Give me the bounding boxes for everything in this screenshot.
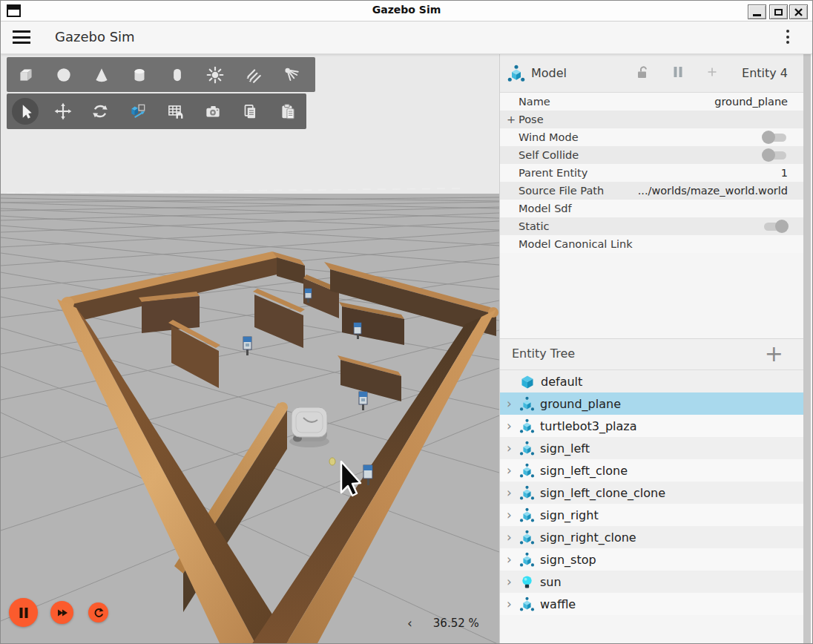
add-entity-button[interactable]: +: [765, 341, 783, 367]
tree-item-sign_stop[interactable]: › sign_stop: [500, 548, 804, 571]
static-toggle[interactable]: [764, 223, 786, 231]
tree-item-default[interactable]: default: [500, 370, 804, 392]
inspector-title: Model: [531, 66, 567, 80]
chevron-right-icon[interactable]: ›: [507, 507, 517, 522]
screenshot-button[interactable]: [194, 95, 232, 128]
property-row-source-file-path[interactable]: Source File Path.../worlds/maze_world.wo…: [500, 182, 804, 200]
model-icon: [507, 65, 525, 82]
reset-button[interactable]: [88, 602, 108, 622]
add-component-icon[interactable]: [706, 66, 718, 78]
tree-item-turtlebot3_plaza[interactable]: › turtlebot3_plaza: [500, 415, 804, 437]
select-arrow-icon: [16, 102, 35, 121]
model-icon: [519, 597, 535, 612]
spot-light-icon: [281, 65, 300, 85]
hamburger-icon[interactable]: [13, 30, 32, 45]
tree-item-sign_right[interactable]: › sign_right: [500, 504, 804, 526]
capsule-icon: [168, 65, 187, 85]
world-icon: [519, 373, 536, 390]
chevron-right-icon[interactable]: ›: [507, 552, 517, 567]
render-viewport[interactable]: ‹ 36.52 %: [1, 54, 499, 644]
minimize-button[interactable]: [748, 4, 766, 19]
translate-icon: [53, 102, 73, 121]
chevron-right-icon[interactable]: ›: [507, 463, 517, 478]
rtf-collapse-chevron[interactable]: ‹: [407, 616, 412, 631]
gazebo-window: Gazebo Sim Gazebo Sim: [0, 0, 813, 644]
directional-light-button[interactable]: [234, 59, 271, 91]
transform-toolbar: [7, 93, 306, 129]
reset-icon: [93, 607, 105, 619]
cylinder-icon: [130, 65, 149, 85]
model-icon: [519, 441, 535, 456]
chevron-right-icon[interactable]: ›: [507, 530, 517, 545]
expand-icon[interactable]: +: [507, 114, 516, 125]
chevron-right-icon[interactable]: ›: [507, 485, 517, 500]
paste-button[interactable]: [269, 95, 307, 128]
step-button[interactable]: [50, 601, 73, 624]
cylinder-tool-button[interactable]: [120, 59, 158, 91]
wind-mode-toggle[interactable]: [764, 134, 786, 142]
entity-label: Entity 4: [742, 66, 788, 80]
tree-item-sign_left_clone_clone[interactable]: › sign_left_clone_clone: [500, 482, 804, 504]
chevron-right-icon[interactable]: ›: [507, 574, 517, 589]
app-title: Gazebo Sim: [55, 29, 135, 45]
snap-grid-icon: [165, 102, 185, 121]
select-tool-button[interactable]: [7, 95, 45, 128]
title-bar: Gazebo Sim: [1, 1, 812, 22]
point-light-button[interactable]: [196, 59, 234, 91]
pause-updates-icon[interactable]: [672, 65, 684, 79]
model-icon: [519, 485, 535, 501]
window-title: Gazebo Sim: [1, 4, 812, 16]
rtf-display: ‹ 36.52 %: [407, 616, 479, 631]
translate-tool-button[interactable]: [45, 95, 82, 128]
close-button[interactable]: [789, 4, 808, 19]
copy-button[interactable]: [231, 95, 269, 128]
box-tool-button[interactable]: [7, 59, 45, 91]
model-icon: [519, 396, 535, 412]
chevron-right-icon[interactable]: ›: [507, 396, 517, 411]
maximize-icon: [774, 9, 783, 16]
unlock-icon[interactable]: [635, 65, 650, 79]
spot-light-button[interactable]: [271, 59, 309, 91]
rotate-icon: [90, 102, 110, 121]
tree-item-ground_plane[interactable]: › ground_plane: [500, 392, 804, 415]
self-collide-toggle[interactable]: [764, 151, 786, 160]
property-row-model-sdf[interactable]: Model Sdf: [500, 200, 804, 217]
tree-item-waffle[interactable]: › waffle: [500, 593, 804, 615]
tree-item-sun[interactable]: › sun: [500, 571, 804, 593]
entity-tree-header: Entity Tree +: [500, 338, 804, 370]
tree-item-sign_left_clone[interactable]: › sign_left_clone: [500, 459, 804, 482]
maximize-button[interactable]: [769, 4, 788, 19]
directional-light-icon: [243, 65, 263, 85]
property-row-pose[interactable]: +Pose: [500, 111, 804, 128]
panel-scrollbar[interactable]: [803, 54, 811, 644]
chevron-right-icon[interactable]: ›: [507, 441, 517, 456]
box-icon: [16, 65, 36, 85]
model-icon: [519, 530, 535, 545]
property-row-self-collide[interactable]: Self Collide: [500, 146, 804, 164]
property-row-static[interactable]: Static: [500, 217, 804, 235]
cone-tool-button[interactable]: [82, 59, 120, 91]
property-row-model-canonical-link[interactable]: Model Canonical Link: [500, 235, 804, 253]
property-row-parent-entity[interactable]: Parent Entity1: [500, 164, 804, 182]
shape-toolbar: [7, 57, 315, 92]
capsule-tool-button[interactable]: [158, 59, 196, 91]
model-icon: [519, 552, 535, 568]
paste-icon: [278, 102, 297, 121]
snap-grid-button[interactable]: [157, 95, 194, 128]
scene-3d: [1, 54, 499, 644]
chevron-right-icon[interactable]: ›: [507, 597, 517, 611]
turtlebot-robot[interactable]: [289, 407, 329, 447]
rotate-tool-button[interactable]: [82, 95, 119, 128]
side-panel: Model Entity 4 Nameground_plane +Pose Wi…: [499, 54, 813, 644]
pause-button[interactable]: [9, 598, 38, 627]
tree-item-sign_left[interactable]: › sign_left: [500, 437, 804, 459]
component-inspector-header: Model Entity 4: [500, 54, 804, 93]
property-row-wind-mode[interactable]: Wind Mode: [500, 128, 804, 146]
align-tool-button[interactable]: [119, 95, 157, 128]
tree-item-sign_right_clone[interactable]: › sign_right_clone: [500, 526, 804, 548]
kebab-menu-icon[interactable]: [783, 30, 793, 47]
chevron-right-icon[interactable]: ›: [507, 418, 517, 433]
sphere-tool-button[interactable]: [45, 59, 82, 91]
align-icon: [128, 102, 148, 121]
property-row-name[interactable]: Nameground_plane: [500, 93, 804, 111]
